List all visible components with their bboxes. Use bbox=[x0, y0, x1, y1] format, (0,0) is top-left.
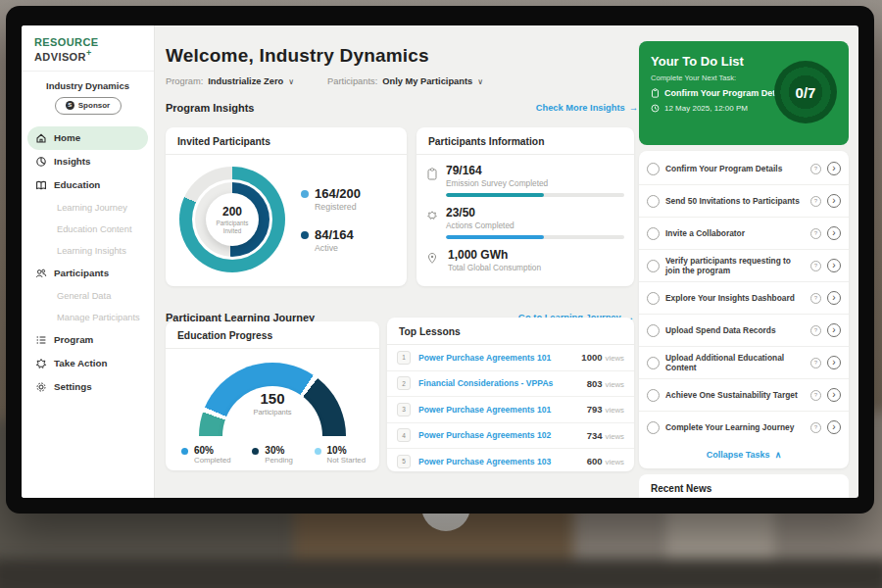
invited-participants-body: 200 Participants Invited 164/200 Registe… bbox=[166, 155, 407, 272]
lesson-link[interactable]: Power Purchase Agreements 102 bbox=[418, 430, 579, 440]
help-icon[interactable]: ? bbox=[810, 422, 821, 433]
location-pin-icon bbox=[426, 248, 440, 272]
chevron-right-icon[interactable]: › bbox=[827, 323, 841, 337]
logo-advisor: ADVISOR bbox=[34, 51, 86, 63]
todo-task-list: Confirm Your Program Details ? › Send 50… bbox=[639, 151, 849, 468]
gauge-center-label: Participants bbox=[166, 408, 379, 416]
help-icon[interactable]: ? bbox=[810, 358, 821, 368]
task-checkbox[interactable] bbox=[647, 324, 660, 337]
task-checkbox[interactable] bbox=[647, 389, 660, 402]
sidebar-item-insights[interactable]: Insights bbox=[27, 150, 148, 173]
lesson-link[interactable]: Power Purchase Agreements 101 bbox=[418, 353, 573, 363]
sidebar-item-home[interactable]: Home bbox=[27, 126, 148, 150]
task-row[interactable]: Confirm Your Program Details ? › bbox=[639, 153, 849, 185]
clock-icon bbox=[651, 104, 660, 113]
help-icon[interactable]: ? bbox=[810, 164, 821, 174]
sidebar-item-settings[interactable]: Settings bbox=[27, 375, 148, 399]
chevron-right-icon[interactable]: › bbox=[827, 162, 841, 175]
chevron-right-icon[interactable]: › bbox=[827, 226, 841, 240]
program-dropdown[interactable]: Program:Industrialize Zero∨ bbox=[166, 76, 294, 86]
card-title: Top Lessons bbox=[387, 318, 634, 345]
task-row[interactable]: Upload Additional Educational Content ? … bbox=[639, 347, 849, 379]
help-icon[interactable]: ? bbox=[810, 196, 821, 207]
todo-hero-card: Your To Do List Complete Your Next Task:… bbox=[639, 41, 849, 145]
education-progress-card: Education Progress 150 Participants bbox=[166, 321, 379, 470]
program-insights-header: Program Insights Check More Insights→ bbox=[166, 102, 638, 114]
logo-resource: RESOURCE bbox=[34, 36, 99, 48]
insights-icon bbox=[35, 156, 47, 168]
sidebar-item-take-action[interactable]: Take Action bbox=[27, 352, 148, 375]
task-row[interactable]: Explore Your Insights Dashboard ? › bbox=[639, 282, 849, 315]
card-title: Education Progress bbox=[166, 321, 379, 349]
help-icon[interactable]: ? bbox=[810, 293, 821, 304]
task-checkbox[interactable] bbox=[647, 357, 660, 369]
help-icon[interactable]: ? bbox=[810, 261, 821, 271]
legend-pending: 30% Pending bbox=[252, 445, 293, 465]
task-checkbox[interactable] bbox=[647, 292, 660, 305]
legend-not-started: 10% Not Started bbox=[315, 445, 366, 465]
collapse-tasks-link[interactable]: Collapse Tasks ∧ bbox=[639, 443, 849, 466]
help-icon[interactable]: ? bbox=[810, 325, 821, 336]
help-icon[interactable]: ? bbox=[810, 228, 821, 239]
participants-icon bbox=[35, 268, 47, 279]
org-name: Industry Dynamics bbox=[22, 80, 154, 91]
chevron-right-icon[interactable]: › bbox=[827, 356, 841, 369]
participants-value: Only My Participants bbox=[382, 76, 472, 86]
app-logo: RESOURCE ADVISOR+ bbox=[22, 25, 154, 72]
sidebar-item-participants[interactable]: Participants bbox=[27, 262, 148, 285]
top-lessons-card: Top Lessons 1 Power Purchase Agreements … bbox=[387, 318, 634, 471]
task-checkbox[interactable] bbox=[647, 163, 660, 175]
task-row[interactable]: Send 50 Invitations to Participants ? › bbox=[639, 185, 849, 218]
sidebar-item-education[interactable]: Education bbox=[27, 173, 148, 197]
chevron-right-icon[interactable]: › bbox=[827, 194, 841, 208]
task-checkbox[interactable] bbox=[647, 195, 660, 208]
participants-label: Participants: bbox=[327, 76, 377, 86]
survey-icon bbox=[426, 164, 438, 197]
arrow-right-icon: → bbox=[629, 103, 638, 113]
task-checkbox[interactable] bbox=[647, 421, 660, 434]
sidebar-item-general-data[interactable]: General Data bbox=[27, 285, 148, 307]
sidebar-item-label: Insights bbox=[54, 156, 91, 167]
lesson-row: 2 Financial Considerations - VPPAs 803vi… bbox=[387, 371, 634, 398]
chevron-right-icon[interactable]: › bbox=[827, 259, 841, 272]
sidebar-item-learning-insights[interactable]: Learning Insights bbox=[27, 240, 148, 262]
stat-actions-completed: 23/50 Actions Completed bbox=[416, 197, 634, 239]
chevron-up-icon: ∧ bbox=[775, 450, 782, 460]
sidebar-item-manage-participants[interactable]: Manage Participants bbox=[27, 307, 148, 328]
task-row[interactable]: Upload Spend Data Records ? › bbox=[639, 315, 849, 347]
task-checkbox[interactable] bbox=[647, 227, 660, 240]
sidebar-item-label: Education Content bbox=[57, 224, 132, 234]
sidebar: RESOURCE ADVISOR+ Industry Dynamics S Sp… bbox=[22, 25, 155, 498]
chevron-right-icon[interactable]: › bbox=[827, 388, 841, 402]
help-icon[interactable]: ? bbox=[810, 390, 821, 401]
legend-registered: 164/200 Registered bbox=[301, 186, 361, 212]
task-row[interactable]: Complete Your Learning Journey ? › bbox=[639, 412, 849, 443]
task-row[interactable]: Verify participants requesting to join t… bbox=[639, 250, 849, 282]
chevron-down-icon: ∨ bbox=[477, 77, 483, 86]
sidebar-item-label: Learning Insights bbox=[57, 246, 126, 256]
task-row[interactable]: Achieve One Sustainability Target ? › bbox=[639, 379, 849, 412]
participants-dropdown[interactable]: Participants:Only My Participants∨ bbox=[327, 76, 483, 86]
sidebar-item-education-content[interactable]: Education Content bbox=[27, 219, 148, 240]
sidebar-item-label: Home bbox=[54, 132, 80, 143]
sidebar-item-label: Education bbox=[54, 179, 100, 190]
check-more-insights-link[interactable]: Check More Insights→ bbox=[536, 103, 638, 113]
sidebar-item-program[interactable]: Program bbox=[27, 328, 148, 352]
sidebar-item-learning-journey[interactable]: Learning Journey bbox=[27, 197, 148, 219]
lesson-link[interactable]: Power Purchase Agreements 103 bbox=[418, 457, 579, 466]
lesson-link[interactable]: Power Purchase Agreements 101 bbox=[418, 405, 579, 415]
legend-completed: 60% Completed bbox=[181, 445, 231, 465]
photo-backdrop: RESOURCE ADVISOR+ Industry Dynamics S Sp… bbox=[0, 0, 882, 588]
chevron-right-icon[interactable]: › bbox=[827, 291, 841, 305]
chevron-right-icon[interactable]: › bbox=[827, 420, 841, 434]
education-icon bbox=[35, 179, 47, 191]
task-row[interactable]: Invite a Collaborator ? › bbox=[639, 218, 849, 250]
program-icon bbox=[35, 334, 47, 346]
participants-information-card: Participants Information 79/164 Emission… bbox=[416, 127, 634, 286]
sidebar-nav: Home Insights Education Learning Journey bbox=[22, 122, 154, 403]
lesson-link[interactable]: Financial Considerations - VPPAs bbox=[418, 378, 579, 388]
lesson-row: 5 Power Purchase Agreements 103 600views bbox=[387, 449, 634, 474]
clipboard-icon bbox=[651, 88, 660, 98]
task-checkbox[interactable] bbox=[647, 260, 660, 272]
legend-dot-registered bbox=[301, 190, 309, 198]
